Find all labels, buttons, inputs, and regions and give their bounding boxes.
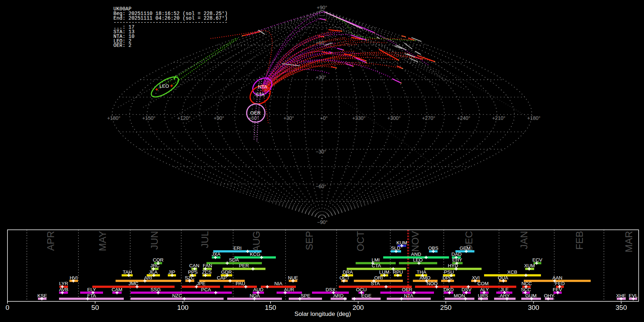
svg-text:MAR: MAR [624,231,634,253]
svg-text:PSU: PSU [444,269,454,275]
svg-text:−30°: −30° [316,149,326,155]
svg-text:OER: OER [402,287,413,292]
svg-text:CAP: CAP [217,275,227,280]
svg-text:MON: MON [454,293,465,298]
svg-text:FTA: FTA [87,293,96,298]
svg-text:OHY: OHY [544,293,554,298]
svg-text:NZC: NZC [172,293,182,298]
svg-text:STA: STA [255,92,264,97]
svg-text:+270°: +270° [422,115,435,121]
svg-text:−60°: −60° [316,184,326,189]
svg-text:250: 250 [440,304,452,311]
svg-text:AUG: AUG [251,231,262,252]
svg-text:URS: URS [478,293,488,298]
svg-text:NOO: NOO [427,281,438,286]
svg-text:NIA: NIA [274,281,283,286]
svg-text:KCG: KCG [250,252,260,257]
svg-text:PAU: PAU [236,281,245,286]
svg-text:+120°: +120° [177,115,190,121]
svg-text:50: 50 [91,304,99,311]
svg-text:ARD: ARD [333,293,344,298]
svg-text:+30°: +30° [316,74,326,80]
svg-text:SSG: SSG [151,287,161,292]
svg-text:200: 200 [352,304,364,311]
svg-text:OER: 2: OER: 2 [113,43,131,48]
svg-text:DSX: DSX [326,287,336,292]
svg-text:+300°: +300° [387,115,400,121]
svg-text:PER: PER [239,263,249,268]
svg-text:DKD: DKD [444,287,454,292]
svg-text:JAN: JAN [519,231,530,249]
svg-text:JUN: JUN [149,231,160,250]
svg-text:+180°: +180° [107,115,120,121]
svg-text:150: 150 [265,304,276,311]
svg-text:−90°: −90° [317,219,327,225]
svg-text:+150°: +150° [142,115,155,121]
svg-text:GDR: GDR [221,269,232,275]
svg-text:STA: STA [371,281,380,286]
svg-text:PPS: PPS [188,269,197,275]
svg-text:100: 100 [177,304,189,311]
svg-text:EGE: EGE [361,293,372,298]
svg-text:LEO: LEO [413,257,423,263]
svg-text:XCB: XCB [507,269,517,275]
svg-text:JPE: JPE [197,281,206,286]
svg-text:GEM: GEM [460,245,471,251]
svg-text:AVB: AVB [59,287,68,292]
svg-text:OCT: OCT [340,275,350,280]
svg-text:ZCS: ZCS [202,269,212,275]
svg-text:APR: APR [45,231,56,251]
svg-text:OER: OER [250,110,261,116]
svg-text:FAN: FAN [203,263,212,268]
svg-text:LYR: LYR [59,281,68,286]
svg-text:JUL: JUL [200,231,210,248]
svg-text:DRA: DRA [343,269,353,275]
svg-text:300: 300 [528,304,539,311]
svg-text:SDA: SDA [229,257,239,263]
svg-text:+180°: +180° [527,115,540,121]
svg-text:AND: AND [411,252,421,257]
svg-text:ORI: ORI [374,275,383,280]
svg-text:NTA: NTA [258,84,267,89]
svg-text:THA: THA [417,269,426,275]
svg-text:TAH: TAH [123,269,132,275]
svg-text:XVI: XVI [472,275,480,280]
svg-text:GUM: GUM [525,293,537,298]
svg-text:0: 0 [6,304,10,311]
svg-text:OCT: OCT [355,231,366,252]
svg-text:NCC: NCC [521,281,532,286]
svg-text:Solar longitude (deg): Solar longitude (deg) [294,311,351,317]
svg-text:+90°: +90° [214,115,224,121]
svg-text:SPE: SPE [301,293,310,298]
svg-text:NOV: NOV [410,231,421,252]
svg-text:+0°: +0° [320,115,328,121]
svg-text:JXA: JXA [212,252,221,257]
svg-text:COM: COM [477,281,489,286]
svg-text:ECV: ECV [532,257,542,263]
svg-text:ELY: ELY [87,287,96,292]
svg-text:+30°: +30° [283,115,294,121]
svg-text:SEP: SEP [304,231,315,250]
svg-text:NTA: NTA [404,293,413,298]
svg-text:AAN: AAN [552,275,562,280]
svg-text:+210°: +210° [492,115,505,121]
svg-text:PCA: PCA [201,287,211,292]
svg-text:LEO: LEO [159,83,169,89]
svg-text:+240°: +240° [457,115,470,121]
svg-text:+90°: +90° [317,5,327,10]
svg-text:AMO: AMO [420,275,431,280]
svg-text:MAY: MAY [97,231,108,252]
svg-text:ERI: ERI [234,245,242,251]
svg-text:FEB: FEB [574,231,585,250]
svg-text:+330°: +330° [352,115,365,121]
svg-text:350: 350 [616,304,627,311]
